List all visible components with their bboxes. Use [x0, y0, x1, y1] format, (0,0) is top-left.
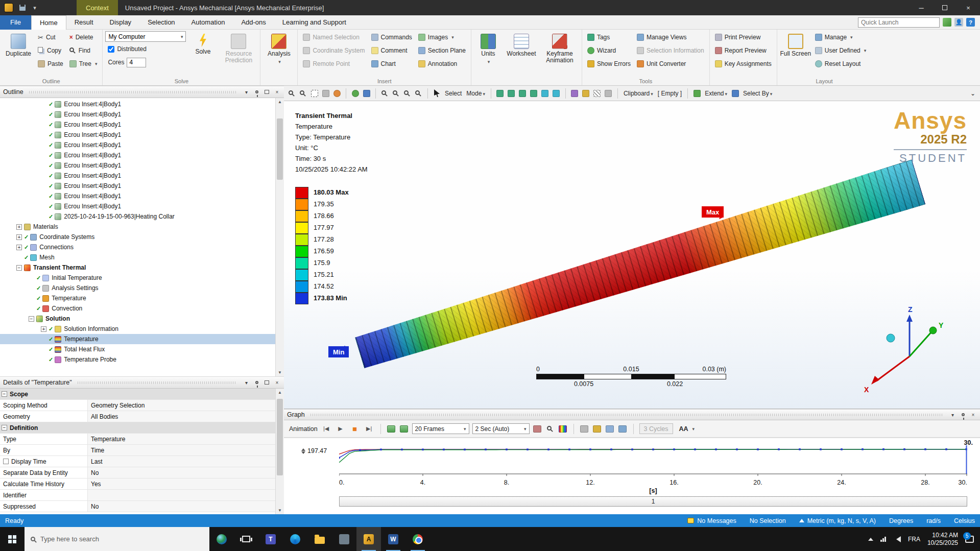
- probe-graph-icon[interactable]: [580, 424, 589, 434]
- language-indicator[interactable]: FRA: [908, 536, 920, 543]
- viewport-3d[interactable]: Transient Thermal Temperature Type: Temp…: [284, 101, 980, 409]
- triad[interactable]: Z Y X: [861, 305, 958, 397]
- tab-add-ons[interactable]: Add-ons: [233, 15, 274, 30]
- select-cursor-icon[interactable]: [432, 88, 442, 98]
- analysis-button[interactable]: Analysis ▾: [263, 31, 295, 77]
- manage-button[interactable]: Manage▾: [812, 31, 869, 43]
- scrollbar-thumb[interactable]: [277, 118, 283, 180]
- aa-quality-button[interactable]: AA: [679, 425, 688, 433]
- frames-combo[interactable]: 20 Frames▾: [412, 423, 469, 434]
- details-property-value[interactable]: [88, 490, 275, 500]
- details-property-value[interactable]: Time: [88, 445, 275, 456]
- taskbar-search[interactable]: Type here to search: [25, 527, 209, 551]
- units-button[interactable]: Units ▾: [474, 31, 503, 77]
- resource-prediction-button[interactable]: Resource Prediction: [220, 31, 257, 77]
- close-button[interactable]: ×: [957, 0, 980, 15]
- tree-item[interactable]: ✓Ecrou Insert:4|Body1: [0, 201, 275, 211]
- pin-icon[interactable]: [959, 411, 967, 419]
- element-filter-icon[interactable]: [552, 88, 561, 98]
- tab-display[interactable]: Display: [102, 15, 140, 30]
- remote-point-button[interactable]: Remote Point: [300, 58, 367, 70]
- details-property-value[interactable]: Geometry Selection: [88, 400, 275, 411]
- images-button[interactable]: Images▾: [416, 31, 468, 43]
- zoom-graph-icon[interactable]: [545, 424, 555, 434]
- min-probe-tag[interactable]: Min: [328, 346, 349, 357]
- display-time-checkbox[interactable]: [3, 459, 9, 464]
- select-by-icon[interactable]: [730, 88, 740, 98]
- worksheet-button[interactable]: Worksheet: [504, 31, 539, 77]
- wireframe-icon[interactable]: [592, 88, 602, 98]
- model-threaded-rod[interactable]: [353, 159, 926, 375]
- export-video-icon[interactable]: [533, 424, 542, 434]
- time-points-icon[interactable]: [399, 424, 409, 434]
- section-collapse-icon[interactable]: −: [2, 425, 7, 430]
- manage-views-button[interactable]: Manage Views: [634, 31, 707, 43]
- tray-expand-icon[interactable]: [868, 538, 873, 541]
- mode-dropdown[interactable]: Mode▾: [465, 90, 487, 97]
- face-filter-icon[interactable]: [518, 88, 528, 98]
- tree-item[interactable]: −Transient Thermal: [0, 262, 275, 273]
- tree-expander-icon[interactable]: +: [16, 234, 22, 240]
- refresh-icon[interactable]: [350, 88, 360, 98]
- chevron-down-icon[interactable]: ▾: [243, 88, 250, 96]
- user-defined-button[interactable]: User Defined▾: [812, 44, 869, 57]
- tree-item[interactable]: ✓Ecrou Insert:4|Body1: [0, 160, 275, 171]
- minimize-button[interactable]: ─: [910, 0, 933, 15]
- contour-palette-icon[interactable]: [558, 424, 568, 434]
- lasso-select-icon[interactable]: [570, 88, 580, 98]
- task-view-icon[interactable]: [234, 527, 258, 551]
- messages-status[interactable]: No Messages: [687, 517, 736, 524]
- tree-item[interactable]: ✓Temperature: [0, 293, 275, 303]
- zoom-model-icon[interactable]: [414, 88, 423, 98]
- tab-automation[interactable]: Automation: [183, 15, 233, 30]
- rotate-icon[interactable]: [332, 88, 342, 98]
- select-by-dropdown[interactable]: Select By▾: [742, 90, 774, 97]
- zoom-out-icon[interactable]: [287, 88, 297, 98]
- section-plane-button[interactable]: Section Plane: [416, 44, 468, 57]
- pan-icon[interactable]: [321, 88, 330, 98]
- close-panel-icon[interactable]: ×: [969, 411, 977, 419]
- tree-item[interactable]: ✓Ecrou Insert:4|Body1: [0, 109, 275, 119]
- report-preview-button[interactable]: Report Preview: [712, 44, 774, 57]
- pin-icon[interactable]: [253, 379, 260, 387]
- tree-item[interactable]: −Solution: [0, 314, 275, 324]
- temperature-history-chart[interactable]: [339, 445, 967, 477]
- pin-icon[interactable]: [253, 88, 260, 96]
- edge-filter-icon[interactable]: [507, 88, 516, 98]
- distributed-checkbox[interactable]: [108, 46, 114, 53]
- play-button[interactable]: ▶: [335, 423, 346, 435]
- tab-learning-support[interactable]: Learning and Support: [274, 15, 354, 30]
- commands-button[interactable]: Commands: [369, 31, 415, 43]
- tree-item[interactable]: +✓Coordinate Systems: [0, 232, 275, 242]
- tree-item[interactable]: ✓Temperature: [0, 334, 275, 344]
- cores-input[interactable]: [127, 58, 146, 67]
- tree-item[interactable]: ✓Initial Temperature: [0, 273, 275, 283]
- zoom-previous-icon[interactable]: [402, 88, 412, 98]
- toolbar-overflow-chevron-icon[interactable]: ⌄: [969, 90, 977, 97]
- outline-scrollbar[interactable]: ▲ ▼: [275, 98, 284, 376]
- tree-item[interactable]: ✓Mesh: [0, 252, 275, 262]
- filter-graph-icon[interactable]: [592, 424, 602, 434]
- word-icon[interactable]: W: [381, 527, 405, 551]
- tags-button[interactable]: Tags: [585, 31, 633, 43]
- wizard-button[interactable]: Wizard: [585, 44, 633, 57]
- copy-button[interactable]: Copy: [35, 44, 66, 57]
- tree-item[interactable]: ✓2025-10-24-19-15-00-963|Heating Collar: [0, 211, 275, 222]
- maximize-button[interactable]: [933, 0, 957, 15]
- tree-item[interactable]: ✓Ecrou Insert:4|Body1: [0, 140, 275, 150]
- find-button[interactable]: Find: [67, 44, 100, 57]
- chart-button[interactable]: Chart: [369, 58, 415, 70]
- tab-selection[interactable]: Selection: [139, 15, 183, 30]
- reset-layout-button[interactable]: Reset Layout: [812, 58, 869, 70]
- tree-item[interactable]: ✓Ecrou Insert:4|Body1: [0, 130, 275, 140]
- ansys-mechanical-taskbar-icon[interactable]: A: [356, 527, 381, 551]
- edge-icon[interactable]: [283, 527, 307, 551]
- tree-item[interactable]: ✓Ecrou Insert:4|Body1: [0, 171, 275, 181]
- temperature-unit-status[interactable]: Celsius: [954, 517, 975, 524]
- tree-item[interactable]: ✓Ecrou Insert:4|Body1: [0, 119, 275, 130]
- tree-item[interactable]: ✓Analysis Settings: [0, 283, 275, 293]
- unit-converter-button[interactable]: Unit Converter: [634, 58, 707, 70]
- tree-item[interactable]: ✓Ecrou Insert:4|Body1: [0, 150, 275, 160]
- zoom-selection-icon[interactable]: [391, 88, 401, 98]
- scroll-down-icon[interactable]: ▼: [276, 507, 284, 514]
